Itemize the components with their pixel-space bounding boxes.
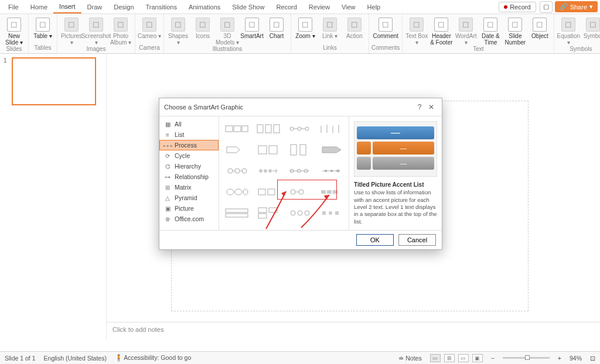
category-label: List <box>175 131 184 138</box>
category-label: Cycle <box>175 152 190 159</box>
preview-title: Titled Picture Accent List <box>354 181 437 188</box>
svg-point-38 <box>291 190 295 194</box>
dialog-footer: OK Cancel <box>159 231 442 249</box>
category-icon: ⌬ <box>164 163 171 170</box>
svg-rect-0 <box>226 126 233 132</box>
svg-point-32 <box>336 170 339 172</box>
svg-point-35 <box>243 189 248 195</box>
svg-point-49 <box>291 211 295 215</box>
svg-point-6 <box>290 127 294 131</box>
gallery-item[interactable] <box>316 161 346 181</box>
help-button[interactable]: ? <box>414 102 425 112</box>
language-status[interactable]: English (United States) <box>44 355 107 362</box>
accessibility-status[interactable]: 🧍 Accessibility: Good to go <box>115 354 191 362</box>
category-process[interactable]: ∘∘∘Process <box>159 140 219 150</box>
gallery-item[interactable] <box>285 203 315 223</box>
svg-rect-37 <box>268 189 275 195</box>
normal-view-button[interactable]: ▭ <box>430 354 441 362</box>
svg-rect-1 <box>234 126 241 132</box>
notes-toggle[interactable]: ≐ Notes <box>398 355 421 362</box>
gallery-item[interactable] <box>285 140 315 160</box>
category-relationship[interactable]: ⊶Relationship <box>159 171 219 182</box>
svg-rect-2 <box>242 126 248 132</box>
svg-point-20 <box>235 169 240 173</box>
gallery-item[interactable] <box>316 182 346 202</box>
svg-rect-52 <box>322 211 326 215</box>
svg-point-51 <box>305 211 309 215</box>
category-icon: ⊞ <box>164 184 171 191</box>
category-hierarchy[interactable]: ⌬Hierarchy <box>159 161 219 171</box>
gallery-item[interactable] <box>221 161 252 181</box>
category-all[interactable]: ▦All <box>159 119 219 129</box>
zoom-level[interactable]: 94% <box>570 355 582 362</box>
gallery-item[interactable] <box>253 203 284 223</box>
ok-button[interactable]: OK <box>356 234 394 246</box>
slideshow-view-button[interactable]: ▣ <box>472 354 483 362</box>
dialog-title: Choose a SmartArt Graphic <box>164 104 243 111</box>
accessibility-icon: 🧍 <box>115 354 122 361</box>
gallery-item[interactable] <box>253 119 284 139</box>
svg-rect-42 <box>327 190 332 194</box>
gallery-item[interactable] <box>221 203 252 223</box>
zoom-out-button[interactable]: − <box>491 355 495 362</box>
svg-rect-41 <box>321 190 326 194</box>
svg-point-21 <box>242 169 247 173</box>
svg-rect-15 <box>258 146 267 154</box>
cancel-button[interactable]: Cancel <box>398 234 436 246</box>
zoom-slider[interactable] <box>503 357 550 359</box>
gallery-item[interactable] <box>253 182 284 202</box>
preview-description: Use to show lists of information with an… <box>354 189 437 225</box>
preview-bar-1: — <box>357 126 434 139</box>
category-icon: ∘∘∘ <box>164 142 171 149</box>
category-label: Matrix <box>175 184 192 191</box>
gallery-item[interactable] <box>253 161 284 181</box>
close-button[interactable]: ✕ <box>425 102 437 112</box>
gallery-item[interactable] <box>316 119 346 139</box>
category-label: Picture <box>175 205 194 212</box>
gallery-item[interactable] <box>285 161 315 181</box>
gallery-item[interactable] <box>316 140 346 160</box>
svg-rect-18 <box>300 145 306 155</box>
svg-rect-54 <box>335 211 339 215</box>
svg-point-23 <box>264 169 267 173</box>
category-pyramid[interactable]: △Pyramid <box>159 193 219 203</box>
gallery-item[interactable] <box>285 182 315 202</box>
category-office-com[interactable]: ⊕Office.com <box>159 214 219 224</box>
category-label: Office.com <box>175 215 204 222</box>
fit-to-window-button[interactable]: ⊡ <box>590 355 595 362</box>
category-label: All <box>175 121 182 128</box>
sorter-view-button[interactable]: ⊞ <box>444 354 455 362</box>
svg-point-53 <box>329 211 332 215</box>
category-icon: △ <box>164 194 171 201</box>
gallery-item[interactable] <box>221 182 252 202</box>
category-picture[interactable]: ▣Picture <box>159 203 219 214</box>
graphic-gallery[interactable] <box>219 116 349 230</box>
category-icon: ▣ <box>164 205 171 212</box>
zoom-in-button[interactable]: + <box>558 355 561 362</box>
svg-rect-45 <box>226 214 248 217</box>
category-label: Pyramid <box>175 194 197 201</box>
svg-rect-16 <box>269 146 277 154</box>
gallery-item[interactable] <box>221 140 252 160</box>
reading-view-button[interactable]: ▭ <box>458 354 469 362</box>
svg-point-31 <box>330 170 333 172</box>
svg-point-30 <box>325 170 327 172</box>
status-bar: Slide 1 of 1 English (United States) 🧍 A… <box>0 351 600 364</box>
category-cycle[interactable]: ⟳Cycle <box>159 150 219 161</box>
preview-pane: — — — Titled Picture Accent List Use to … <box>349 116 442 230</box>
svg-point-34 <box>235 189 242 195</box>
svg-rect-48 <box>269 208 277 212</box>
category-icon: ▦ <box>164 121 171 128</box>
svg-rect-3 <box>257 125 263 133</box>
gallery-item[interactable] <box>316 203 346 223</box>
gallery-item[interactable] <box>221 119 252 139</box>
svg-point-22 <box>259 169 262 173</box>
gallery-item[interactable] <box>253 140 284 160</box>
gallery-item[interactable] <box>285 119 315 139</box>
slide-info: Slide 1 of 1 <box>5 355 36 362</box>
category-icon: ≡ <box>164 131 171 138</box>
category-list[interactable]: ≡List <box>159 129 219 140</box>
category-matrix[interactable]: ⊞Matrix <box>159 182 219 193</box>
svg-point-33 <box>227 189 234 195</box>
svg-rect-4 <box>265 125 271 133</box>
